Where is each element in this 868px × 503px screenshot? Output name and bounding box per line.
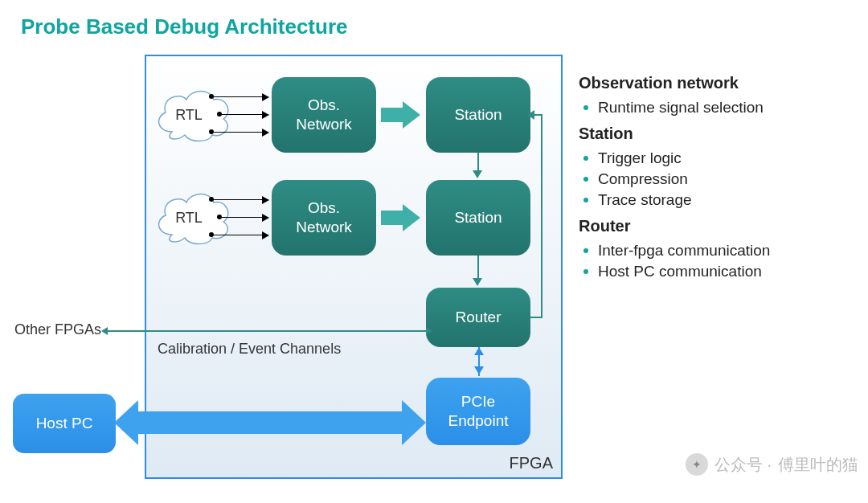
watermark: ✦ 公众号 · 傅里叶的猫 xyxy=(686,453,858,476)
fpga-label: FPGA xyxy=(510,454,553,472)
rtl-label-1: RTL xyxy=(175,107,203,124)
legend-item: Compression xyxy=(583,169,852,190)
station-1: Station xyxy=(426,77,530,153)
probe-arrow xyxy=(214,235,268,235)
watermark-name: 傅里叶的猫 xyxy=(778,454,858,476)
calibration-label: Calibration / Event Channels xyxy=(158,341,341,358)
obs-network-1-label: Obs. Network xyxy=(296,96,352,134)
other-fpgas-label: Other FPGAs xyxy=(14,321,101,338)
wechat-icon: ✦ xyxy=(686,453,708,476)
arrow-up-icon xyxy=(474,347,484,355)
arrow-down-icon xyxy=(473,278,482,286)
connector-line xyxy=(530,317,542,318)
legend-item: Inter-fpga communication xyxy=(583,240,852,261)
slide-title: Probe Based Debug Architecture xyxy=(21,14,347,39)
connector-line xyxy=(477,256,479,280)
legend-heading-station: Station xyxy=(579,125,852,143)
legend: Observation network Runtime signal selec… xyxy=(579,67,852,282)
legend-heading-router: Router xyxy=(579,217,852,235)
calibration-channel-line xyxy=(108,330,426,332)
legend-list-observation: Runtime signal selection xyxy=(579,97,852,118)
router-node: Router xyxy=(426,288,530,347)
arrow-left-icon xyxy=(527,110,534,120)
obs-network-2-label: Obs. Network xyxy=(296,198,352,237)
rtl-cloud-1: RTL xyxy=(153,85,235,145)
flow-arrow-icon xyxy=(381,101,421,129)
pcie-endpoint: PCIe Endpoint xyxy=(426,378,530,445)
probe-arrow xyxy=(214,199,268,200)
probe-arrow xyxy=(222,114,268,115)
legend-list-router: Inter-fpga communication Host PC communi… xyxy=(579,240,852,282)
host-pc: Host PC xyxy=(13,394,116,453)
legend-item: Trace storage xyxy=(583,190,852,211)
watermark-prefix: 公众号 · xyxy=(714,454,772,476)
rtl-label-2: RTL xyxy=(175,210,203,227)
arrow-down-icon xyxy=(473,170,482,178)
station-2-label: Station xyxy=(454,208,502,227)
legend-item: Trigger logic xyxy=(583,148,852,169)
legend-item: Runtime signal selection xyxy=(583,97,852,118)
station-2: Station xyxy=(426,180,530,256)
obs-network-1: Obs. Network xyxy=(272,77,376,153)
host-pc-label: Host PC xyxy=(36,414,93,433)
flow-arrow-icon xyxy=(381,204,421,231)
probe-arrow xyxy=(214,132,268,133)
probe-arrow xyxy=(222,217,268,218)
host-link-arrow xyxy=(114,400,426,445)
router-label: Router xyxy=(455,308,501,327)
legend-item: Host PC communication xyxy=(583,261,852,282)
station-1-label: Station xyxy=(454,105,502,125)
legend-list-station: Trigger logic Compression Trace storage xyxy=(579,148,852,211)
connector-line xyxy=(477,153,479,172)
probe-arrow xyxy=(214,96,268,97)
legend-heading-observation: Observation network xyxy=(579,74,852,92)
pcie-endpoint-label: PCIe Endpoint xyxy=(448,392,508,431)
rtl-cloud-2: RTL xyxy=(153,188,235,247)
obs-network-2: Obs. Network xyxy=(272,180,376,256)
connector-line xyxy=(541,114,542,318)
